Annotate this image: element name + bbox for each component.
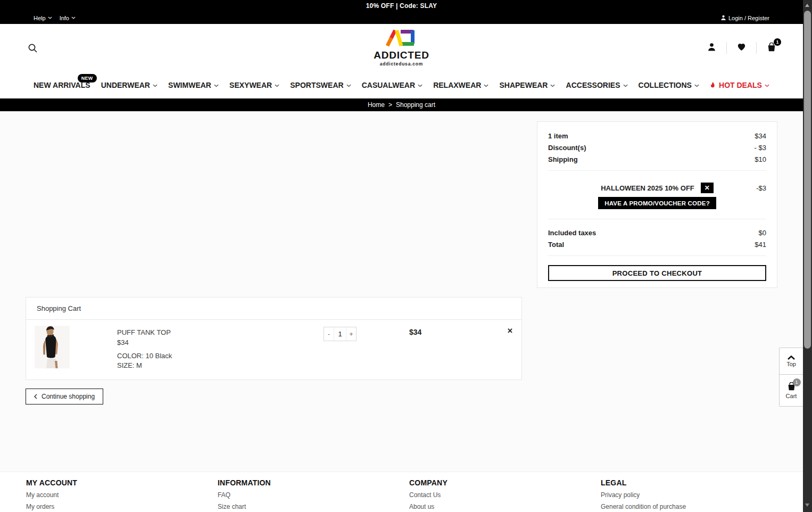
help-menu[interactable]: Help (34, 15, 52, 21)
nav-item-hot-deals[interactable]: HOT DEALS (710, 81, 769, 89)
cart-label: Cart (786, 393, 797, 399)
footer-link[interactable]: My account (26, 491, 218, 499)
product-size: SIZE: M (117, 361, 172, 370)
nav-label: SEXYWEAR (229, 81, 272, 89)
chevron-down-icon (153, 84, 158, 87)
promo-code-button[interactable]: HAVE A PROMO/VOUCHER CODE? (598, 197, 716, 209)
scrollbar-up-arrow[interactable] (805, 4, 809, 7)
login-register-link[interactable]: Login / Register (720, 15, 769, 21)
divider (548, 219, 766, 219)
divider (548, 170, 766, 171)
summary-label: Shipping (548, 154, 578, 166)
product-image[interactable] (35, 326, 70, 368)
chevron-down-icon (550, 84, 555, 87)
scrollbar-thumb[interactable] (804, 11, 811, 349)
page: 10% OFF | Code: SLAY Help Info Login / R… (0, 0, 803, 512)
info-menu[interactable]: Info (60, 15, 76, 21)
scroll-top-button[interactable]: Top (780, 348, 803, 374)
scrollbar-down-arrow[interactable] (805, 503, 809, 507)
footer: MY ACCOUNTMy accountMy ordersINFORMATION… (0, 472, 803, 512)
chevron-down-icon (214, 84, 219, 87)
nav-item-new-arrivals[interactable]: NEWNEW ARRIVALS (34, 81, 90, 89)
breadcrumb-current: Shopping cart (396, 101, 435, 109)
qty-increase-button[interactable]: + (346, 327, 356, 341)
total-value: $41 (755, 239, 766, 251)
wishlist-icon[interactable] (737, 43, 746, 53)
voucher-value: -$3 (756, 184, 766, 192)
footer-link[interactable]: General condition of purchase (601, 503, 792, 510)
main-content: 1 item$34Discount(s)- $3Shipping$10 HALL… (0, 111, 803, 472)
top-label: Top (786, 361, 796, 367)
remove-voucher-button[interactable]: ✕ (701, 183, 714, 193)
chevron-down-icon (484, 84, 488, 87)
chevron-down-icon (623, 84, 628, 87)
nav-label: UNDERWEAR (101, 81, 150, 89)
chevron-down-icon (765, 84, 769, 87)
chevron-down-icon (275, 84, 279, 87)
floating-cart-button[interactable]: 1 Cart (780, 374, 803, 406)
footer-link[interactable]: FAQ (218, 491, 409, 499)
nav-item-casualwear[interactable]: CASUALWEAR (362, 81, 422, 89)
nav-label: SHAPEWEAR (499, 81, 548, 89)
breadcrumb-separator: > (388, 101, 392, 109)
announcement-text: 10% OFF | Code: SLAY (366, 2, 437, 10)
qty-decrease-button[interactable]: - (324, 327, 334, 341)
summary-value: $10 (755, 154, 766, 166)
flame-icon (710, 82, 716, 89)
footer-column-information: INFORMATIONFAQSize chart (218, 478, 409, 512)
nav-item-swimwear[interactable]: SWIMWEAR (168, 81, 219, 89)
chevron-left-icon (34, 394, 37, 399)
nav-item-collections[interactable]: COLLECTIONS (639, 81, 699, 89)
nav-label: ACCESSORIES (566, 81, 620, 89)
chevron-down-icon (48, 16, 52, 19)
total-row: Total$41 (548, 239, 766, 251)
cart-item-row: PUFF TANK TOP $34 COLOR: 10 Black SIZE: … (26, 320, 521, 380)
main-nav: NEWNEW ARRIVALSUNDERWEARSWIMWEARSEXYWEAR… (0, 72, 803, 98)
account-icon[interactable] (707, 43, 716, 54)
new-badge: NEW (78, 74, 97, 82)
divider (756, 42, 757, 54)
nav-item-shapewear[interactable]: SHAPEWEAR (499, 81, 555, 89)
logo[interactable]: ADDICTED addictedusa.com (364, 29, 439, 67)
total-row: Included taxes$0 (548, 227, 766, 239)
summary-row: Discount(s)- $3 (548, 142, 766, 154)
search-icon[interactable] (28, 43, 38, 55)
proceed-to-checkout-button[interactable]: PROCEED TO CHECKOUT (548, 265, 766, 281)
nav-item-sexywear[interactable]: SEXYWEAR (229, 81, 279, 89)
logo-text: ADDICTED (364, 50, 439, 60)
help-label: Help (34, 15, 46, 21)
nav-item-sportswear[interactable]: SPORTSWEAR (290, 81, 351, 89)
product-name[interactable]: PUFF TANK TOP (117, 327, 172, 337)
quantity-stepper: - 1 + (324, 327, 357, 341)
summary-value: - $3 (755, 142, 766, 154)
remove-item-button[interactable]: ✕ (507, 327, 513, 335)
footer-link[interactable]: Size chart (218, 503, 409, 510)
cart-title: Shopping Cart (26, 298, 521, 320)
nav-item-accessories[interactable]: ACCESSORIES (566, 81, 628, 89)
header: ADDICTED addictedusa.com 1 (0, 24, 803, 72)
footer-link[interactable]: My orders (26, 503, 218, 510)
total-label: Included taxes (548, 227, 596, 239)
nav-item-relaxwear[interactable]: RELAXWEAR (433, 81, 488, 89)
nav-label: SWIMWEAR (168, 81, 211, 89)
footer-link[interactable]: About us (409, 503, 601, 510)
product-color: COLOR: 10 Black (117, 351, 172, 361)
continue-shopping-button[interactable]: Continue shopping (26, 389, 103, 404)
voucher-name: HALLOWEEN 2025 10% OFF (601, 184, 694, 192)
cart-icon[interactable]: 1 (767, 43, 776, 54)
nav-item-underwear[interactable]: UNDERWEAR (101, 81, 158, 89)
divider (548, 255, 766, 256)
footer-column-company: COMPANYContact UsAbout us (409, 478, 601, 512)
scrollbar[interactable] (803, 0, 812, 512)
summary-row: 1 item$34 (548, 130, 766, 142)
divider (726, 42, 727, 54)
floating-cart-count-badge: 1 (793, 378, 801, 386)
chevron-up-icon (787, 355, 796, 360)
footer-link[interactable]: Privacy policy (601, 491, 792, 499)
cart-bag-icon: 1 (787, 382, 796, 392)
info-label: Info (60, 15, 69, 21)
breadcrumb-home[interactable]: Home (368, 101, 385, 109)
qty-value: 1 (334, 327, 346, 341)
floating-buttons: Top 1 Cart (779, 348, 803, 407)
footer-link[interactable]: Contact Us (409, 491, 601, 499)
